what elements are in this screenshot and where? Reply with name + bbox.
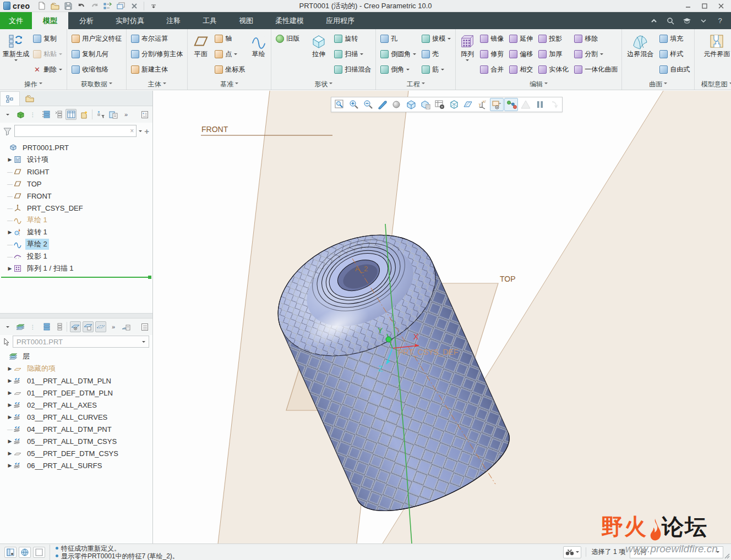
expand-arrow-icon[interactable]: ▶	[7, 414, 13, 420]
help-icon[interactable]: ?	[714, 15, 725, 26]
hole-button[interactable]: 孔	[378, 31, 418, 46]
tree-row[interactable]: —PRT_CSYS_DEF	[0, 202, 152, 214]
tree-row[interactable]: ▶06__PRT_ALL_SURFS	[0, 459, 152, 471]
expand-arrow-icon[interactable]: ▶	[7, 266, 13, 271]
shading-style-button[interactable]	[390, 98, 403, 111]
split-body-button[interactable]: 分割/修剪主体	[129, 46, 185, 62]
close-button[interactable]	[713, 1, 729, 11]
resume-button[interactable]	[547, 98, 561, 111]
tree-row[interactable]: ▶设计项	[0, 153, 152, 166]
save-button[interactable]	[62, 1, 74, 11]
show-model-icon[interactable]	[15, 109, 26, 120]
datum-display-button[interactable]: x/y	[476, 98, 489, 111]
hide-layer-toggle[interactable]	[95, 321, 106, 332]
tree-row[interactable]: —FRONT	[0, 190, 152, 202]
group-label-body[interactable]: 主体	[127, 80, 187, 89]
expand-arrow-icon[interactable]: ▶	[7, 157, 13, 162]
point-button[interactable]: 点	[212, 46, 247, 62]
fill-button[interactable]: 填充	[657, 31, 692, 46]
tree-item-label[interactable]: PRT_CSYS_DEF	[25, 204, 85, 213]
udf-button[interactable]: 用户定义特征	[69, 31, 124, 46]
boundary-blend-button[interactable]: 边界混合	[624, 31, 656, 58]
project-button[interactable]: 投影	[536, 31, 571, 46]
tree-item-label[interactable]: 06__PRT_ALL_SURFS	[25, 461, 103, 470]
info-card-icon[interactable]	[139, 109, 150, 120]
panel-splitter[interactable]	[0, 313, 152, 319]
expand-arrow-icon[interactable]: ▶	[7, 229, 13, 235]
component-interface-button[interactable]: 元件界面	[697, 31, 731, 58]
freestyle-button[interactable]: 自由式	[657, 62, 692, 77]
tree-item-label[interactable]: 投影 1	[25, 251, 49, 262]
layer-overflow-icon[interactable]: »	[108, 321, 119, 332]
layers-icon[interactable]	[15, 321, 26, 332]
tree-row[interactable]: ▶01__PRT_DEF_DTM_PLN	[0, 387, 152, 399]
group-label-edit[interactable]: 编辑	[456, 80, 621, 89]
tree-item-label[interactable]: 隐藏的项	[25, 363, 57, 374]
options-dots-icon[interactable]: ⋮	[28, 109, 39, 120]
offset-button[interactable]: 偏移	[507, 46, 535, 62]
isolate-layer-toggle[interactable]	[83, 321, 94, 332]
shrinkwrap-button[interactable]: 收缩包络	[69, 62, 124, 77]
expand-arrow-icon[interactable]: ▶	[7, 378, 13, 383]
solidify-button[interactable]: 实体化	[536, 62, 571, 77]
mirror-button[interactable]: 镜像	[478, 31, 506, 46]
tree-row[interactable]: ▶阵列 1 / 扫描 1	[0, 262, 152, 274]
tree-item-label[interactable]: 层	[21, 351, 31, 362]
collapse-all-icon[interactable]	[53, 109, 64, 120]
layer-report-icon[interactable]	[121, 321, 132, 332]
message-log-icon[interactable]	[4, 547, 17, 558]
open-file-button[interactable]	[49, 1, 61, 11]
style-button[interactable]: 样式	[657, 46, 692, 62]
group-label-model-intent[interactable]: 模型意图	[695, 80, 731, 89]
tab-live-simulation[interactable]: 实时仿真	[105, 12, 155, 29]
tree-row[interactable]: ▶隐藏的项	[0, 363, 152, 375]
resize-grip[interactable]	[723, 552, 730, 559]
section-button[interactable]	[461, 98, 475, 111]
expand-arrow-icon[interactable]: ▶	[7, 451, 13, 456]
view-visibility-button[interactable]	[490, 98, 504, 111]
tree-row[interactable]: ▶02__PRT_ALL_AXES	[0, 399, 152, 411]
remove-button[interactable]: 移除	[572, 31, 620, 46]
tree-item-label[interactable]: 04__PRT_ALL_DTM_PNT	[25, 425, 113, 434]
tree-row[interactable]: ▶05__PRT_DEF_DTM_CSYS	[0, 447, 152, 459]
tree-row[interactable]: —草绘 2	[0, 238, 152, 250]
expand-arrow-icon[interactable]: ▶	[7, 402, 13, 408]
paste-button[interactable]: 粘贴	[31, 46, 64, 62]
group-label-engineering[interactable]: 工程	[376, 80, 455, 89]
view-images-button[interactable]	[433, 98, 446, 111]
layer-expand-all-icon[interactable]	[40, 321, 51, 332]
tab-analysis[interactable]: 分析	[68, 12, 105, 29]
draft-button[interactable]: 拔模	[419, 31, 453, 46]
blank-panel-icon[interactable]	[33, 547, 45, 558]
tree-row[interactable]: —TOP	[0, 178, 152, 190]
trim-button[interactable]: 修剪	[478, 46, 506, 62]
tree-row[interactable]: —草绘 1	[0, 214, 152, 226]
tree-item-label[interactable]: RIGHT	[25, 167, 51, 177]
tree-item-label[interactable]: 01__PRT_DEF_DTM_PLN	[25, 388, 114, 398]
tree-item-label[interactable]: TOP	[25, 179, 43, 189]
tree-item-label[interactable]: 阵列 1 / 扫描 1	[25, 263, 75, 274]
tree-item-label[interactable]: 旋转 1	[25, 227, 49, 238]
delete-button[interactable]: ✕删除	[31, 62, 64, 77]
expand-all-icon[interactable]	[40, 109, 51, 120]
tree-row[interactable]: ▶01__PRT_ALL_DTM_PLN	[0, 375, 152, 387]
tab-model[interactable]: 模型	[32, 12, 68, 29]
group-label-get-data[interactable]: 获取数据	[67, 80, 126, 89]
tab-tools[interactable]: 工具	[192, 12, 228, 29]
tree-item-label[interactable]: 05__PRT_ALL_DTM_CSYS	[25, 437, 118, 446]
plane-button[interactable]: 平面	[190, 31, 211, 58]
layer-collapse-all-icon[interactable]	[53, 321, 64, 332]
search-icon[interactable]	[665, 15, 676, 26]
search-options-caret[interactable]	[139, 130, 142, 134]
tab-flexible-modeling[interactable]: 柔性建模	[264, 12, 315, 29]
expand-arrow-icon[interactable]: ▶	[7, 438, 13, 444]
layer-collapse-icon[interactable]	[2, 321, 13, 332]
tab-file[interactable]: 文件	[0, 12, 32, 29]
new-body-button[interactable]: 新建主体	[129, 62, 185, 77]
web-browser-icon[interactable]	[19, 547, 31, 558]
swept-blend-button[interactable]: 扫描混合	[332, 62, 373, 77]
new-file-button[interactable]	[36, 1, 48, 11]
round-button[interactable]: 倒圆角	[378, 46, 418, 62]
regenerate-button[interactable]: 重新生成	[2, 31, 30, 63]
csys-button[interactable]: 坐标系	[212, 62, 247, 77]
